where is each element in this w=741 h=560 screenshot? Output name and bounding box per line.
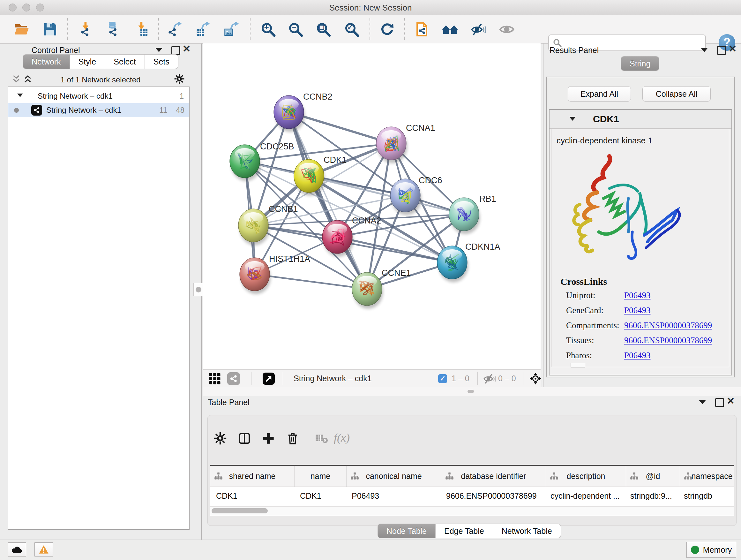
table-panel-close-icon[interactable]: ✕: [727, 397, 735, 405]
hidden-eye-icon[interactable]: [482, 372, 496, 385]
view-string-share-icon[interactable]: [226, 372, 241, 385]
tab-select[interactable]: Select: [105, 54, 145, 69]
column-header-name[interactable]: name: [294, 466, 347, 487]
left-splitter-handle[interactable]: [193, 283, 204, 296]
zoom-in-icon[interactable]: +: [259, 21, 277, 38]
column-header-shared-name[interactable]: shared name: [210, 466, 294, 487]
tab-network-table[interactable]: Network Table: [493, 523, 561, 538]
collapse-all-networks-icon[interactable]: [11, 74, 21, 84]
annotations-icon[interactable]: [413, 21, 431, 38]
export-image-icon[interactable]: [223, 21, 241, 38]
horizontal-splitter-handle[interactable]: [468, 390, 474, 393]
refresh-network-view-icon[interactable]: [378, 21, 396, 38]
crosslink-link[interactable]: 9606.ENSP00000378699: [624, 320, 712, 330]
table-cell[interactable]: P06493: [346, 487, 441, 505]
scrollbar-thumb[interactable]: [212, 508, 268, 513]
network-node-ccne1[interactable]: CCNE1: [352, 268, 411, 309]
node-table-header: shared namenamecanonical namedatabase id…: [210, 466, 734, 487]
table-row[interactable]: CDK1CDK1P064939606.ENSP00000378699cyclin…: [210, 487, 734, 505]
import-network-from-database-icon[interactable]: [105, 21, 122, 38]
network-node-ccna2[interactable]: CCNA2: [322, 216, 381, 257]
toolbar-divider: [250, 18, 251, 40]
table-cell[interactable]: 9606.ENSP00000378699: [441, 487, 545, 505]
tab-sets[interactable]: Sets: [145, 54, 179, 69]
app-home-icon[interactable]: [441, 21, 459, 38]
cloud-status-button[interactable]: [8, 543, 26, 557]
network-node-cdc6[interactable]: CDC6: [390, 176, 442, 215]
node-entry-header[interactable]: CDK1: [549, 110, 731, 129]
network-canvas[interactable]: CCNB2CCNA1CDC25BCDK1CDC6RB1CCNB1CCNA2CDK…: [203, 44, 541, 369]
control-panel-title: Control Panel: [31, 46, 80, 55]
column-header-description[interactable]: description: [546, 466, 626, 487]
network-graph[interactable]: CCNB2CCNA1CDC25BCDK1CDC6RB1CCNB1CCNA2CDK…: [203, 44, 541, 369]
collapse-all-button[interactable]: Collapse All: [643, 86, 711, 102]
node-label-ccnb2: CCNB2: [303, 92, 333, 102]
zoom-out-icon[interactable]: −: [286, 21, 305, 38]
table-cell[interactable]: cyclin-dependent ...: [545, 487, 624, 505]
table-horizontal-scrollbar[interactable]: [210, 506, 734, 515]
crosslink-link[interactable]: P06493: [624, 351, 651, 361]
tab-edge-table[interactable]: Edge Table: [435, 523, 493, 538]
control-panel-close-icon[interactable]: ✕: [183, 45, 191, 53]
table-cell[interactable]: stringdb: [678, 487, 734, 505]
network-node-cdkn1a[interactable]: CDKN1A: [437, 242, 500, 282]
open-session-icon[interactable]: [13, 21, 30, 38]
table-cell[interactable]: stringdb:9...: [624, 487, 678, 505]
network-node-ccnb2[interactable]: CCNB2: [274, 92, 333, 132]
birds-eye-view-icon[interactable]: [529, 372, 542, 385]
selected-checkbox-icon[interactable]: ✓: [438, 374, 447, 383]
delete-column-icon[interactable]: [285, 431, 300, 446]
collapse-entry-icon[interactable]: [569, 117, 576, 121]
zoom-selected-icon[interactable]: ✓: [343, 21, 360, 38]
table-cell[interactable]: CDK1: [294, 487, 346, 505]
network-view-toolbar: String Network – cdk1 ✓ 1 – 0 0 – 0: [203, 369, 541, 388]
crosslink-link[interactable]: 9606.ENSP00000378699: [624, 335, 712, 346]
expand-all-button[interactable]: Expand All: [568, 86, 631, 102]
results-panel-float-icon[interactable]: [701, 48, 708, 52]
network-tree-item-row[interactable]: String Network – cdk1 11 48: [8, 103, 189, 117]
right-splitter[interactable]: [543, 44, 543, 396]
crosslink-link[interactable]: P06493: [624, 306, 651, 315]
tab-style[interactable]: Style: [70, 54, 105, 69]
import-table-from-file-icon[interactable]: [133, 21, 151, 38]
hierarchy-icon: [550, 472, 558, 481]
collapse-tree-icon[interactable]: [17, 94, 23, 97]
show-all-icon[interactable]: [498, 21, 516, 38]
tab-string[interactable]: String: [621, 56, 659, 71]
export-table-icon[interactable]: [194, 21, 212, 38]
tab-node-table[interactable]: Node Table: [378, 523, 435, 538]
results-panel-maximize-icon[interactable]: [717, 46, 726, 55]
show-columns-icon[interactable]: [237, 431, 252, 446]
column-header-namespace[interactable]: namespace: [680, 466, 734, 487]
hide-selected-icon[interactable]: [469, 21, 487, 38]
add-column-icon[interactable]: [261, 431, 276, 446]
node-label-cdkn1a: CDKN1A: [465, 242, 500, 252]
scrollbar-notch[interactable]: [570, 363, 585, 368]
view-grid-icon[interactable]: [208, 372, 222, 385]
network-tree: String Network – cdk1 1 String Network –…: [8, 86, 190, 530]
table-options-gear-icon[interactable]: [213, 431, 227, 446]
network-node-rb1[interactable]: RB1: [449, 194, 496, 234]
export-network-icon[interactable]: [166, 21, 184, 38]
column-header--id[interactable]: @id: [626, 466, 680, 487]
table-cell[interactable]: CDK1: [210, 487, 294, 505]
warnings-button[interactable]: [35, 543, 53, 557]
results-panel-close-icon[interactable]: ✕: [729, 45, 737, 53]
network-tree-root-row[interactable]: String Network – cdk1 1: [8, 89, 189, 103]
network-options-gear-icon[interactable]: [174, 74, 185, 85]
table-panel-maximize-icon[interactable]: [715, 398, 724, 407]
column-header-database-identifier[interactable]: database identifier: [441, 466, 546, 487]
memory-button[interactable]: Memory: [686, 542, 736, 558]
open-view-in-window-icon[interactable]: [262, 372, 276, 385]
network-node-hist1h1a[interactable]: HIST1H1A: [240, 254, 310, 294]
column-header-canonical-name[interactable]: canonical name: [347, 466, 441, 487]
control-panel-maximize-icon[interactable]: [172, 46, 180, 55]
crosslink-link[interactable]: P06493: [624, 291, 651, 300]
network-node-cdk1[interactable]: CDK1: [294, 155, 347, 196]
import-network-from-file-icon[interactable]: [77, 21, 95, 38]
save-session-icon[interactable]: [41, 21, 59, 38]
control-panel-float-icon[interactable]: [155, 48, 162, 52]
zoom-fit-content-icon[interactable]: ❐: [314, 21, 332, 38]
tab-network[interactable]: Network: [23, 54, 70, 69]
table-panel-float-icon[interactable]: [699, 400, 706, 404]
